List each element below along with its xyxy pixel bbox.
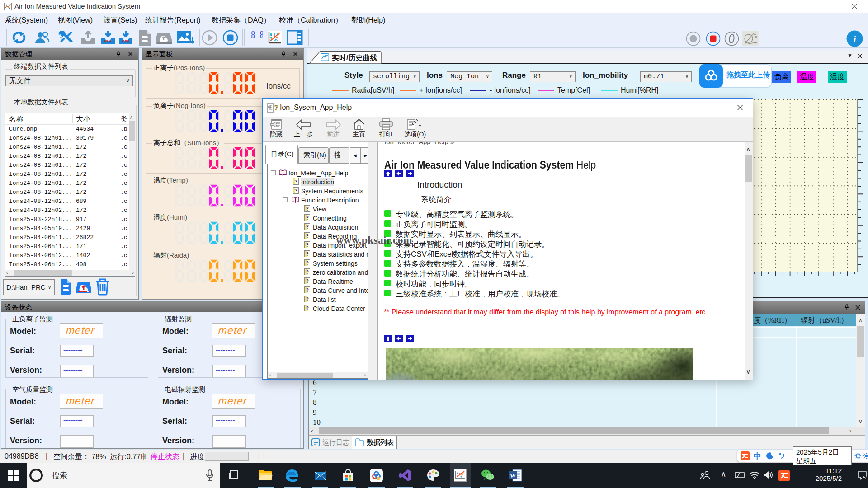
svg-text:?: ? (306, 296, 309, 302)
svg-text:?: ? (306, 251, 309, 257)
svg-text:CSV: CSV (122, 39, 130, 43)
svg-text:W: W (510, 472, 516, 479)
svg-text:?: ? (306, 269, 309, 275)
svg-text:?: ? (274, 103, 278, 112)
svg-text:?: ? (295, 178, 297, 185)
svg-text:?: ? (306, 305, 309, 311)
svg-text:?: ? (306, 224, 309, 230)
svg-text:?: ? (295, 188, 297, 194)
svg-text:?: ? (306, 278, 309, 284)
svg-text:?: ? (306, 233, 309, 239)
svg-text:?: ? (306, 260, 309, 266)
svg-text:?: ? (306, 287, 309, 293)
svg-text:5: 5 (863, 475, 866, 480)
svg-text:i: i (853, 33, 856, 45)
svg-text:?: ? (306, 215, 309, 221)
svg-text:?: ? (306, 242, 309, 248)
svg-text:KLV: KLV (104, 39, 112, 43)
svg-text:?: ? (306, 206, 309, 212)
